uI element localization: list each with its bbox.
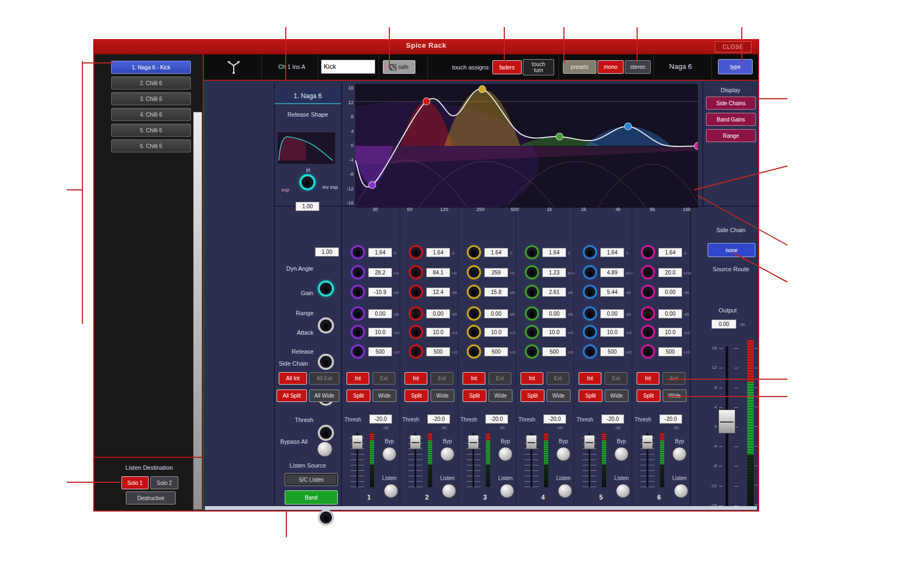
band6-knob-row5[interactable]	[641, 325, 655, 339]
band3-value-row4[interactable]: 0.00	[484, 309, 508, 318]
band2-wide-button[interactable]: Wide	[431, 389, 454, 402]
band3-listen-button[interactable]	[500, 484, 514, 498]
faders-button[interactable]: faders	[492, 60, 522, 74]
band1-knob-row2[interactable]	[351, 265, 365, 279]
safe-button[interactable]: safe	[383, 60, 415, 74]
band3-byp-button[interactable]	[498, 447, 512, 461]
rack-list-item[interactable]: 5. Chilli 6	[111, 124, 191, 137]
band4-value-row4[interactable]: 0.00	[542, 309, 566, 318]
band5-knob-row5[interactable]	[583, 325, 597, 339]
band1-fader[interactable]	[350, 433, 364, 487]
master-release-knob[interactable]	[318, 425, 334, 441]
band5-fader-handle[interactable]	[584, 435, 595, 449]
band2-value-row5[interactable]: 10.0	[426, 328, 450, 337]
solo1-button[interactable]: Solo 1	[121, 476, 149, 489]
band6-value-row4[interactable]: 0.00	[658, 309, 682, 318]
band5-knob-row4[interactable]	[583, 306, 597, 321]
presets-button[interactable]: presets	[563, 60, 596, 74]
band2-int-button[interactable]: Int	[405, 372, 427, 385]
eq-node-band-1[interactable]	[369, 182, 376, 189]
band4-listen-button[interactable]	[558, 484, 572, 498]
band2-knob-row6[interactable]	[409, 344, 423, 359]
band1-value-row1[interactable]: 1.64	[368, 248, 392, 257]
destructive-button[interactable]: Destructive	[126, 491, 176, 504]
band1-value-row6[interactable]: 500	[368, 347, 392, 356]
master-value-box[interactable]: 1.00	[315, 247, 339, 257]
rack-list-item[interactable]: 2. Chilli 6	[111, 76, 191, 90]
rack-list-item[interactable]: 4. Chilli 6	[111, 108, 191, 121]
band3-knob-row4[interactable]	[467, 306, 481, 321]
band6-byp-button[interactable]	[672, 447, 686, 461]
band1-knob-row6[interactable]	[351, 344, 365, 359]
band4-int-button[interactable]: Int	[521, 372, 543, 385]
band4-value-row5[interactable]: 10.0	[542, 328, 566, 337]
bypass-all-button[interactable]	[317, 442, 332, 457]
band6-knob-row6[interactable]	[641, 344, 655, 359]
band4-knob-row4[interactable]	[525, 306, 539, 321]
band6-value-row3[interactable]: 0.00	[658, 288, 682, 297]
band5-ext-button[interactable]: Ext	[605, 372, 627, 385]
band4-knob-row1[interactable]	[525, 245, 539, 259]
band5-split-button[interactable]: Split	[579, 389, 602, 402]
band5-knob-row2[interactable]	[583, 265, 597, 279]
band3-fader-handle[interactable]	[468, 435, 479, 449]
band4-value-row1[interactable]: 1.64	[542, 248, 566, 257]
band6-value-row2[interactable]: 20.0	[658, 268, 682, 277]
all-split-button[interactable]: All Split	[277, 389, 307, 402]
eq-graph[interactable]	[343, 82, 701, 213]
band6-ext-button[interactable]: Ext	[663, 372, 685, 385]
band6-knob-row4[interactable]	[641, 306, 655, 321]
band6-fader-handle[interactable]	[642, 435, 653, 449]
master-thresh-knob[interactable]	[318, 509, 334, 526]
band3-split-button[interactable]: Split	[463, 389, 486, 402]
band5-value-row4[interactable]: 0.00	[600, 309, 624, 318]
band2-knob-row2[interactable]	[409, 265, 423, 279]
band2-knob-row5[interactable]	[409, 325, 423, 339]
band2-byp-button[interactable]	[440, 447, 454, 461]
band2-value-row3[interactable]: 12.4	[426, 288, 450, 297]
band4-thresh-value[interactable]: -20.0	[543, 414, 566, 424]
band1-ext-button[interactable]: Ext	[373, 372, 395, 385]
band2-fader[interactable]	[408, 433, 422, 487]
band6-value-row6[interactable]: 500	[658, 347, 682, 356]
master-gain-knob[interactable]	[318, 317, 334, 334]
sc-route-button[interactable]: none	[708, 243, 755, 257]
band3-value-row3[interactable]: 15.8	[484, 288, 508, 297]
band5-value-row1[interactable]: 1.64	[600, 248, 624, 257]
band1-knob-row4[interactable]	[351, 306, 365, 321]
band4-wide-button[interactable]: Wide	[547, 389, 570, 402]
band2-knob-row4[interactable]	[409, 306, 423, 321]
band4-value-row6[interactable]: 500	[542, 347, 566, 356]
all-wide-button[interactable]: All Wide	[309, 389, 339, 402]
band6-wide-button[interactable]: Wide	[663, 389, 686, 402]
band3-value-row6[interactable]: 500	[484, 347, 508, 356]
band2-listen-button[interactable]	[442, 484, 456, 498]
band1-listen-button[interactable]	[384, 484, 398, 498]
display-range-button[interactable]: Range	[706, 129, 756, 142]
eq-node-band-4[interactable]	[556, 133, 563, 140]
band1-byp-button[interactable]	[382, 447, 396, 461]
solo2-button[interactable]: Solo 2	[150, 476, 178, 489]
type-button[interactable]: type	[718, 59, 753, 74]
band5-knob-row6[interactable]	[583, 344, 597, 359]
rack-list-item[interactable]: 6. Chilli 6	[111, 139, 191, 152]
mono-button[interactable]: mono	[598, 60, 624, 74]
band1-value-row2[interactable]: 28.2	[368, 268, 392, 277]
band4-knob-row6[interactable]	[525, 344, 539, 359]
all-int-button[interactable]: All Int	[279, 372, 307, 385]
band1-fader-handle[interactable]	[352, 435, 363, 449]
eq-node-band-5[interactable]	[625, 123, 632, 130]
band6-knob-row2[interactable]	[641, 265, 655, 279]
sc-listen-button[interactable]: S/C Listen	[285, 473, 338, 486]
dyn-angle-knob[interactable]	[318, 280, 334, 297]
band5-value-row5[interactable]: 10.0	[600, 328, 624, 337]
band1-value-row3[interactable]: -10.9	[368, 288, 392, 297]
band2-value-row1[interactable]: 1.64	[426, 248, 450, 257]
band2-split-button[interactable]: Split	[405, 389, 428, 402]
band6-listen-button[interactable]	[674, 484, 688, 498]
band4-split-button[interactable]: Split	[521, 389, 544, 402]
band4-knob-row3[interactable]	[525, 285, 539, 299]
band3-wide-button[interactable]: Wide	[489, 389, 512, 402]
band1-int-button[interactable]: Int	[347, 372, 369, 385]
band4-fader[interactable]	[524, 433, 538, 487]
